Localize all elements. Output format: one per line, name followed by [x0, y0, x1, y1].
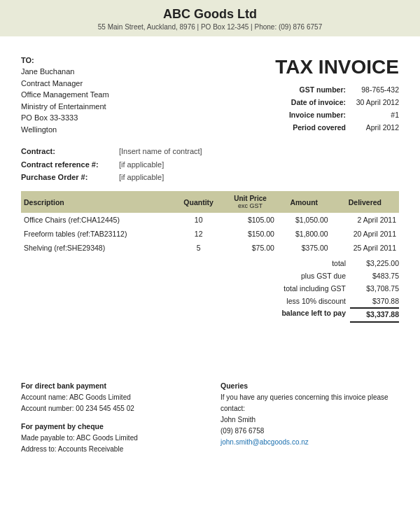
row-delivered: 2 April 2011 [331, 213, 399, 227]
po-value: [if applicable] [119, 171, 164, 184]
discount-label: less 10% discount [189, 295, 346, 308]
balance-value: $3,337.88 [350, 307, 399, 323]
table-header-row: Description Quantity Unit Price exc GST … [21, 191, 399, 213]
contract-value: [Insert name of contract] [119, 145, 202, 158]
queries-text: If you have any queries concerning this … [220, 392, 399, 414]
footer: For direct bank payment Account name: AB… [0, 372, 420, 462]
row-unit-price: $105.00 [223, 213, 277, 227]
contract-ref-label: Contract reference #: [21, 158, 119, 172]
cheque-address: Address to: Accounts Receivable [21, 444, 200, 455]
incl-gst-label: total including GST [189, 283, 346, 295]
items-table: Description Quantity Unit Price exc GST … [21, 191, 399, 255]
po-label: Purchase Order #: [21, 171, 119, 184]
period-value: April 2012 [350, 122, 399, 134]
period-row: Period covered April 2012 [210, 122, 399, 134]
total-row: total $3,225.00 [189, 258, 399, 270]
gst-value: 98-765-432 [350, 84, 399, 97]
po-row: Purchase Order #: [if applicable] [21, 171, 399, 184]
queries-phone: (09) 876 6758 [220, 426, 399, 437]
invoice-num-row: Invoice number: #1 [210, 109, 399, 122]
bank-heading: For direct bank payment [21, 382, 200, 390]
invoice-num-value: #1 [350, 109, 399, 122]
row-amount: $375.00 [277, 241, 331, 255]
period-label: Period covered [269, 122, 346, 134]
recipient-city: Wellington [21, 124, 210, 136]
bank-account-number: Account number: 00 234 545 455 02 [21, 403, 200, 414]
discount-row: less 10% discount $370.88 [189, 295, 399, 308]
row-desc: Office Chairs (ref:CHA12445) [21, 213, 174, 227]
contract-row: Contract: [Insert name of contract] [21, 145, 399, 158]
gst-label: GST number: [269, 84, 346, 97]
total-label: total [189, 258, 346, 270]
row-qty: 10 [174, 213, 223, 227]
queries-heading: Queries [220, 382, 399, 390]
contract-section: Contract: [Insert name of contract] Cont… [21, 145, 399, 184]
company-name: ABC Goods Ltd [0, 7, 420, 22]
incl-gst-value: $3,708.75 [350, 283, 399, 295]
recipient-pobox: PO Box 33-3333 [21, 112, 210, 124]
table-row: Freeform tables (ref:TAB23112) 12 $150.0… [21, 227, 399, 241]
invoice-page: ABC Goods Ltd 55 Main Street, Auckland, … [0, 0, 420, 511]
recipient-title: Contract Manager [21, 78, 210, 90]
row-delivered: 20 April 2011 [331, 227, 399, 241]
discount-value: $370.88 [350, 295, 399, 308]
gst-due-label: plus GST due [189, 270, 346, 283]
table-row: Office Chairs (ref:CHA12445) 10 $105.00 … [21, 213, 399, 227]
totals-section: total $3,225.00 plus GST due $483.75 tot… [21, 258, 399, 323]
row-amount: $1,050.00 [277, 213, 331, 227]
col-description: Description [21, 191, 174, 213]
row-unit-price: $75.00 [223, 241, 277, 255]
cheque-payable: Made payable to: ABC Goods Limited [21, 433, 200, 444]
company-address: 55 Main Street, Auckland, 8976 | PO Box … [0, 23, 420, 31]
queries-email[interactable]: john.smith@abcgoods.co.nz [220, 438, 309, 446]
total-value: $3,225.00 [350, 258, 399, 270]
contract-ref-row: Contract reference #: [if applicable] [21, 158, 399, 172]
contract-ref-value: [if applicable] [119, 158, 164, 172]
footer-bank: For direct bank payment Account name: AB… [21, 382, 200, 455]
row-qty: 5 [174, 241, 223, 255]
table-row: Shelving (ref:SHE29348) 5 $75.00 $375.00… [21, 241, 399, 255]
invoice-header: TO: Jane Buchanan Contract Manager Offic… [21, 56, 399, 135]
bank-account-name: Account name: ABC Goods Limited [21, 392, 200, 403]
date-row: Date of invoice: 30 April 2012 [210, 97, 399, 109]
queries-name: John Smith [220, 414, 399, 426]
recipient-org: Ministry of Entertainment [21, 101, 210, 113]
balance-row: balance left to pay $3,337.88 [189, 307, 399, 323]
footer-queries: Queries If you have any queries concerni… [220, 382, 399, 455]
gst-due-value: $483.75 [350, 270, 399, 283]
row-desc: Shelving (ref:SHE29348) [21, 241, 174, 255]
row-amount: $1,800.00 [277, 227, 331, 241]
col-amount: Amount [277, 191, 331, 213]
invoice-details: GST number: 98-765-432 Date of invoice: … [210, 84, 399, 134]
col-delivered: Delivered [331, 191, 399, 213]
recipient-team: Office Management Team [21, 89, 210, 101]
to-section: TO: Jane Buchanan Contract Manager Offic… [21, 56, 210, 135]
invoice-title: TAX INVOICE [210, 56, 399, 78]
row-delivered: 25 April 2011 [331, 241, 399, 255]
recipient-name: Jane Buchanan [21, 66, 210, 78]
contract-label: Contract: [21, 145, 119, 158]
to-label: TO: [21, 56, 210, 64]
balance-label: balance left to pay [189, 307, 346, 323]
date-value: 30 April 2012 [350, 97, 399, 109]
date-label: Date of invoice: [269, 97, 346, 109]
col-unit-price: Unit Price exc GST [223, 191, 277, 213]
header-bar: ABC Goods Ltd 55 Main Street, Auckland, … [0, 0, 420, 36]
invoice-num-label: Invoice number: [269, 109, 346, 122]
gst-row: GST number: 98-765-432 [210, 84, 399, 97]
gst-due-row: plus GST due $483.75 [189, 270, 399, 283]
main-content: TO: Jane Buchanan Contract Manager Offic… [0, 39, 420, 330]
col-quantity: Quantity [174, 191, 223, 213]
row-qty: 12 [174, 227, 223, 241]
row-unit-price: $150.00 [223, 227, 277, 241]
incl-gst-row: total including GST $3,708.75 [189, 283, 399, 295]
row-desc: Freeform tables (ref:TAB23112) [21, 227, 174, 241]
tax-invoice-section: TAX INVOICE GST number: 98-765-432 Date … [210, 56, 399, 134]
cheque-heading: For payment by cheque [21, 422, 200, 430]
